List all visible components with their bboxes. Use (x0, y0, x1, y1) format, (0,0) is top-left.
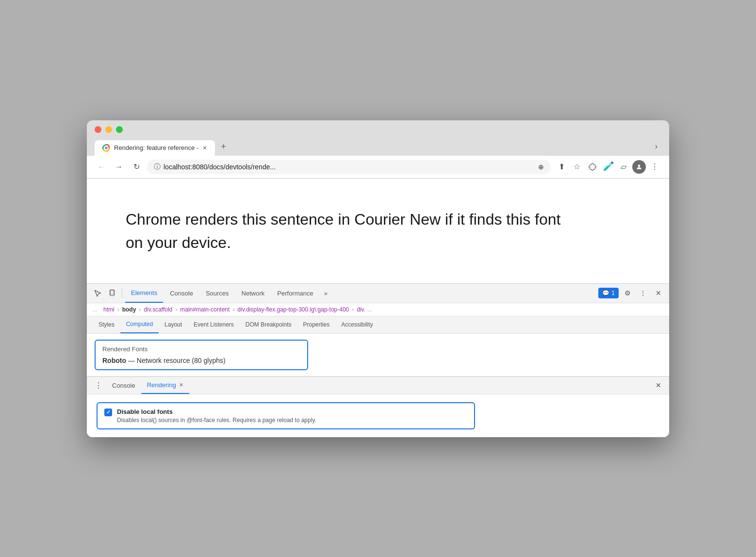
active-tab[interactable]: Rendering: feature reference - ✕ (95, 140, 215, 156)
devtools-body: Rendered Fonts Roboto — Network resource… (87, 334, 669, 377)
tab-divider (122, 288, 122, 298)
breadcrumb-ellipsis-start: ... (93, 306, 98, 313)
rendering-option-description: Disables local() sources in @font-face r… (117, 417, 467, 424)
toolbar-icons: ⬆ ☆ 🧪 ▱ ⋮ (555, 160, 661, 174)
traffic-lights (95, 126, 661, 133)
bottom-panel-tabs: ⋮ Console Rendering ✕ ✕ (87, 377, 669, 394)
settings-icon: ⚙ (625, 289, 631, 297)
svg-point-4 (638, 164, 641, 167)
inspect-element-button[interactable] (91, 286, 104, 300)
rendering-panel-content: ✓ Disable local fonts Disables local() s… (87, 394, 669, 437)
breadcrumb-div-flex[interactable]: div.display-flex.gap-top-300.lg\:gap-top… (237, 306, 349, 313)
elements-subtabs: Styles Computed Layout Event Listeners D… (87, 316, 669, 334)
devtools-tab-sources[interactable]: Sources (200, 284, 235, 303)
devtools-toolbar-right: 💬 1 ⚙ ⋮ ✕ (598, 286, 665, 300)
zoom-icon: ⊕ (538, 163, 544, 171)
devtools-settings-button[interactable]: ⚙ (621, 286, 634, 300)
devtools-tab-console[interactable]: Console (164, 284, 199, 303)
svg-point-3 (105, 147, 107, 149)
rendering-option-title: Disable local fonts (117, 408, 467, 415)
devtools-panel: Elements Console Sources Network Perform… (87, 283, 669, 437)
bookmark-button[interactable]: ☆ (570, 160, 584, 174)
address-bar: ← → ↻ ⓘ localhost:8080/docs/devtools/ren… (87, 156, 669, 179)
new-tab-button[interactable]: + (215, 138, 232, 156)
close-devtools-icon: ✕ (656, 289, 661, 297)
devtools-tab-performance[interactable]: Performance (271, 284, 319, 303)
rendered-font-source: Network resource (80 glyphs) (137, 357, 226, 364)
devtools-close-button[interactable]: ✕ (652, 286, 665, 300)
close-window-button[interactable] (95, 126, 101, 133)
breadcrumb-ellipsis-end: ... (367, 306, 372, 313)
breadcrumb-main[interactable]: main#main-content (180, 306, 230, 313)
rendering-option-text: Disable local fonts Disables local() sou… (117, 408, 467, 424)
url-text: localhost:8080/docs/devtools/rende... (164, 163, 535, 171)
devtools-tab-network[interactable]: Network (236, 284, 271, 303)
devtools-menu-icon: ⋮ (640, 289, 646, 297)
chrome-logo-icon (102, 144, 110, 152)
rendered-fonts-box: Rendered Fonts Roboto — Network resource… (95, 340, 308, 370)
share-button[interactable]: ⬆ (555, 160, 568, 174)
bottom-tab-rendering[interactable]: Rendering ✕ (141, 377, 189, 394)
forward-button[interactable]: → (112, 160, 126, 174)
puzzle-icon (588, 163, 597, 171)
device-toolbar-button[interactable] (105, 286, 119, 300)
breadcrumb-html[interactable]: html (103, 306, 115, 313)
bottom-panel-right: ✕ (652, 378, 665, 392)
elements-tab-layout[interactable]: Layout (159, 316, 188, 333)
minimize-window-button[interactable] (105, 126, 112, 133)
page-main-text: Chrome renders this sentence in Courier … (126, 208, 562, 254)
svg-rect-6 (111, 291, 114, 295)
browser-tabs-row: Rendering: feature reference - ✕ + › (95, 138, 661, 156)
browser-menu-button[interactable]: ⋮ (648, 160, 661, 174)
elements-tab-event-listeners[interactable]: Event Listeners (188, 316, 240, 333)
device-icon (108, 289, 116, 297)
breadcrumb-div-last[interactable]: div. (357, 306, 365, 313)
profile-button[interactable] (632, 160, 646, 174)
profile-avatar-icon (636, 164, 642, 170)
rendered-fonts-entry: Roboto — Network resource (80 glyphs) (102, 357, 300, 364)
devtools-main-tabs: Elements Console Sources Network Perform… (87, 284, 669, 303)
elements-tab-properties[interactable]: Properties (297, 316, 336, 333)
devtools-menu-button[interactable]: ⋮ (636, 286, 650, 300)
feedback-count: 1 (611, 290, 615, 296)
breadcrumb-body[interactable]: body (122, 306, 136, 313)
back-button[interactable]: ← (95, 160, 108, 174)
split-view-button[interactable]: ▱ (617, 160, 630, 174)
browser-window: Rendering: feature reference - ✕ + › ← →… (87, 120, 669, 437)
close-rendering-tab-button[interactable]: ✕ (179, 382, 183, 388)
feedback-button[interactable]: 💬 1 (598, 288, 619, 298)
feedback-icon: 💬 (602, 290, 609, 296)
reload-button[interactable]: ↻ (130, 160, 143, 174)
elements-tab-dom-breakpoints[interactable]: DOM Breakpoints (240, 316, 297, 333)
title-bar: Rendering: feature reference - ✕ + › (87, 120, 669, 156)
checkbox-check-icon: ✓ (106, 409, 111, 415)
elements-tab-computed[interactable]: Computed (120, 316, 159, 333)
url-bar[interactable]: ⓘ localhost:8080/docs/devtools/rende... … (147, 160, 551, 174)
extensions-button[interactable] (586, 160, 599, 174)
bottom-panel: ⋮ Console Rendering ✕ ✕ ✓ (87, 377, 669, 437)
disable-local-fonts-option: ✓ Disable local fonts Disables local() s… (97, 402, 475, 429)
extension-active-button[interactable]: 🧪 (601, 160, 615, 174)
info-icon: ⓘ (154, 163, 161, 171)
close-bottom-panel-button[interactable]: ✕ (652, 378, 665, 392)
rendered-font-name: Roboto (102, 357, 126, 364)
rendered-fonts-title: Rendered Fonts (102, 345, 300, 353)
bottom-tabs-menu-button[interactable]: ⋮ (91, 381, 106, 390)
devtools-more-tabs-button[interactable]: » (320, 290, 331, 297)
disable-local-fonts-checkbox[interactable]: ✓ (104, 409, 112, 416)
tab-close-button[interactable]: ✕ (202, 145, 207, 151)
devtools-tab-elements[interactable]: Elements (125, 284, 163, 303)
cursor-icon (94, 289, 101, 297)
maximize-window-button[interactable] (116, 126, 123, 133)
dom-breadcrumb: ... html › body › div.scaffold › main#ma… (87, 303, 669, 316)
breadcrumb-div-scaffold[interactable]: div.scaffold (144, 306, 172, 313)
tab-list-chevron-icon[interactable]: › (651, 138, 661, 155)
bottom-tab-console[interactable]: Console (106, 377, 141, 394)
elements-tab-styles[interactable]: Styles (93, 316, 120, 333)
tab-title: Rendering: feature reference - (114, 144, 198, 151)
rendered-font-separator: — (128, 357, 137, 364)
rendered-fonts-section: Rendered Fonts Roboto — Network resource… (87, 334, 669, 377)
page-content: Chrome renders this sentence in Courier … (87, 179, 669, 283)
elements-tab-accessibility[interactable]: Accessibility (335, 316, 378, 333)
